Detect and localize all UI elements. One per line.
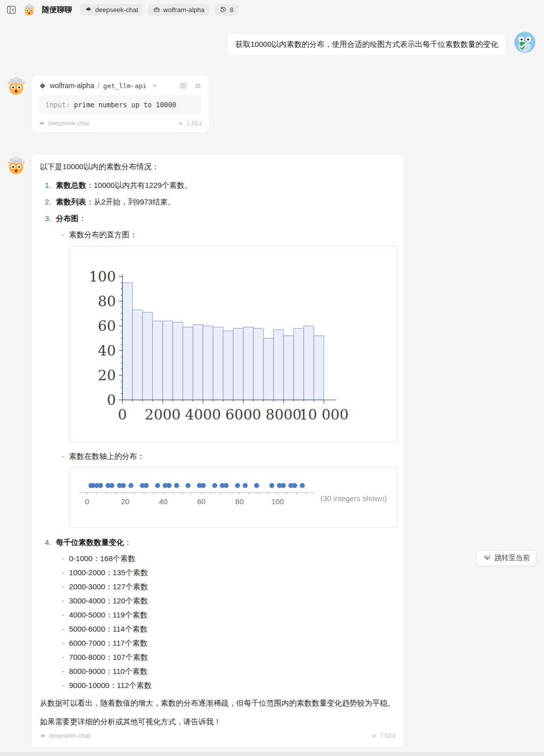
tool-call-card: wolfram-alpha / get_llm-api input: prime… — [31, 75, 210, 133]
tool-input-row: input: prime numbers up to 10000 — [39, 95, 202, 114]
tool-call-footer: deepseek-chat 1,551 — [39, 120, 202, 127]
per-thousand-text: 0-1000：168个素数 — [69, 554, 135, 564]
exploding-head-emoji-icon — [6, 155, 26, 175]
sidebar-collapse-icon — [6, 5, 17, 15]
model-tag[interactable]: deepseek-chat — [80, 4, 143, 16]
assistant-message-bubble: 以下是10000以内的素数分布情况： 1. 素数总数：10000以内共有1229… — [31, 154, 404, 748]
history-icon — [220, 6, 227, 13]
dotplot-caption: - 素数在数轴上的分布： — [40, 451, 395, 461]
user-message-bubble: 获取10000以内素数的分布，使用合适的绘图方式表示出每千位素数数量的变化 — [227, 33, 507, 56]
list-item-3: 3. 分布图： — [40, 213, 395, 224]
histogram-panel: 0204060801000200040006000800010 000 — [69, 246, 397, 442]
bottom-strip — [0, 752, 544, 756]
per-thousand-item: -4000-5000：119个素数 — [40, 610, 395, 620]
list-item-title: 分布图 — [56, 214, 79, 223]
histogram-caption: - 素数分布的直方图： — [40, 230, 395, 240]
assistant-avatar-small — [23, 3, 36, 16]
per-thousand-text: 6000-7000：117个素数 — [69, 638, 148, 648]
svg-text:40: 40 — [98, 342, 116, 359]
dash-marker: - — [62, 451, 64, 461]
exploding-head-emoji-icon — [6, 76, 26, 96]
tokens-icon — [371, 733, 377, 739]
svg-text:2000: 2000 — [145, 406, 180, 423]
dotplot-panel: 020406080100(30 integers shown) — [69, 467, 397, 528]
list-item-text: ：10000以内共有1229个素数。 — [86, 181, 192, 189]
per-thousand-item: -8000-9000：110个素数 — [40, 666, 395, 676]
list-number: 3. — [45, 213, 56, 224]
svg-text:80: 80 — [98, 293, 116, 310]
summary-text: 从数据可以看出，随着数值的增大，素数的分布逐渐稀疏，但每千位范围内的素数数量变化… — [40, 698, 395, 708]
briefcase-icon — [153, 6, 160, 13]
chat-page: 随便聊聊 deepseek-chat wolfram-alpha 8 获取100… — [0, 0, 544, 756]
chat-title: 随便聊聊 — [42, 5, 72, 15]
tool-server-name: wolfram-alpha — [50, 82, 94, 90]
jump-to-current-button[interactable]: 跳转至当前 — [477, 551, 536, 566]
svg-text:8000: 8000 — [265, 406, 301, 423]
tool-input-key: input: — [45, 101, 70, 109]
svg-text:20: 20 — [121, 497, 129, 506]
per-thousand-text: 1000-2000：135个素数 — [69, 568, 148, 578]
tool-separator: / — [98, 82, 100, 90]
user-avatar — [514, 31, 536, 53]
per-thousand-item: -9000-10000：112个素数 — [40, 680, 395, 691]
mcp-server-tag-label: wolfram-alpha — [163, 6, 205, 14]
assistant-message-footer: deepseek-chat 7,023 — [40, 731, 395, 741]
svg-text:100: 100 — [89, 268, 116, 285]
per-thousand-text: 2000-3000：127个素数 — [69, 582, 148, 592]
number-line-chart: 020406080100(30 integers shown) — [70, 468, 397, 527]
jump-to-current-icon — [483, 554, 491, 562]
per-thousand-item: -2000-3000：127个素数 — [40, 582, 395, 592]
per-thousand-item: -1000-2000：135个素数 — [40, 568, 395, 578]
bug-icon — [194, 82, 202, 90]
tool-input-value: prime numbers up to 10000 — [74, 101, 176, 109]
history-count-label: 8 — [230, 6, 233, 14]
list-item-title: 每千位素数数量变化 — [56, 538, 124, 546]
token-count: 1,551 — [177, 120, 202, 127]
debug-button[interactable] — [194, 82, 202, 90]
gopher-avatar-icon — [514, 31, 536, 53]
list-item-4: 4. 每千位素数数量变化： — [40, 537, 395, 547]
svg-text:6000: 6000 — [225, 406, 261, 423]
sidebar-toggle-button[interactable] — [5, 4, 18, 16]
mcp-server-tag[interactable]: wolfram-alpha — [148, 4, 210, 16]
closing-text: 如果需要更详细的分析或其他可视化方式，请告诉我！ — [40, 716, 395, 727]
token-count: 7,023 — [371, 731, 395, 741]
per-thousand-item: -5000-6000：114个素数 — [40, 624, 395, 634]
svg-text:0: 0 — [107, 392, 116, 408]
chevron-down-icon — [151, 82, 158, 89]
list-number: 2. — [45, 196, 56, 207]
model-footer-label: deepseek-chat — [48, 120, 89, 127]
whale-icon — [40, 733, 46, 739]
model-footer: deepseek-chat — [39, 120, 89, 127]
per-thousand-text: 9000-10000：112个素数 — [69, 680, 152, 691]
svg-text:0: 0 — [85, 497, 89, 506]
history-count-tag[interactable]: 8 — [215, 4, 238, 16]
exploding-head-emoji-icon — [23, 3, 36, 16]
histogram-chart: 0204060801000200040006000800010 000 — [70, 246, 397, 442]
list-item-2: 2. 素数列表：从2开始，到9973结束。 — [40, 196, 395, 207]
list-item-title: 素数列表 — [56, 197, 86, 206]
per-thousand-text: 5000-6000：114个素数 — [69, 624, 148, 634]
svg-text:0: 0 — [118, 406, 127, 423]
assistant-avatar — [6, 76, 26, 96]
per-thousand-text: 3000-4000：120个素数 — [69, 596, 148, 606]
per-thousand-text: 7000-8000：107个素数 — [69, 652, 148, 662]
per-thousand-item: -0-1000：168个素数 — [40, 554, 395, 564]
layout-grid-icon — [179, 82, 187, 90]
list-item-text: ：从2开始，到9973结束。 — [86, 197, 175, 206]
tokens-icon — [177, 120, 184, 127]
per-thousand-item: -6000-7000：117个素数 — [40, 638, 395, 648]
dash-marker: - — [62, 230, 64, 240]
tool-call-header[interactable]: wolfram-alpha / get_llm-api — [39, 82, 202, 90]
svg-text:80: 80 — [235, 497, 244, 506]
model-footer: deepseek-chat — [40, 731, 90, 741]
list-item-1: 1. 素数总数：10000以内共有1229个素数。 — [40, 180, 395, 190]
package-icon — [39, 82, 46, 90]
svg-text:40: 40 — [159, 497, 168, 506]
list-number: 4. — [45, 537, 56, 547]
svg-text:10 000: 10 000 — [299, 406, 349, 423]
intro-text: 以下是10000以内的素数分布情况： — [40, 161, 395, 172]
per-thousand-item: -3000-4000：120个素数 — [40, 596, 395, 606]
view-layout-button[interactable] — [179, 82, 187, 90]
tool-name: get_llm-api — [103, 82, 147, 90]
